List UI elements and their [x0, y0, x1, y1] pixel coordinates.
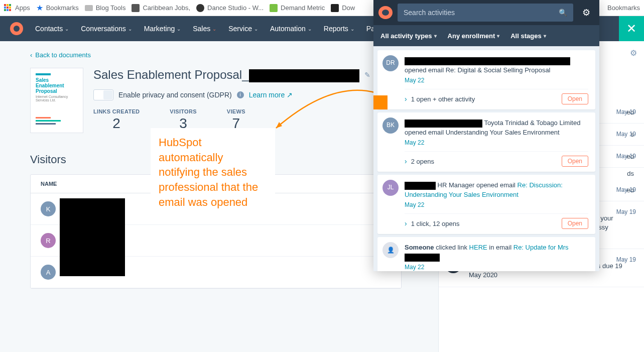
redacted [405, 254, 440, 262]
nav-contacts-label: Contacts [35, 25, 63, 33]
chevron-down-icon: ⌄ [177, 26, 181, 32]
favicon-icon [331, 4, 339, 12]
folder-icon [85, 5, 93, 11]
search-icon[interactable]: 🔍 [559, 9, 567, 17]
blog-tools-bookmark[interactable]: Blog Tools [85, 4, 126, 12]
caribbean-jobs-bookmark[interactable]: Caribbean Jobs, [132, 4, 190, 12]
label: Conversations [81, 25, 126, 33]
edit-icon[interactable]: ✎ [364, 71, 370, 79]
gear-icon[interactable]: ⚙ [630, 48, 637, 58]
filter-activity-types[interactable]: All activity types▾ [380, 32, 437, 40]
card-body: HR Manager opened email Re: Discussion: … [405, 181, 588, 200]
nav-service[interactable]: Service⌄ [228, 25, 258, 33]
hubspot-sprocket-icon[interactable] [10, 22, 23, 35]
filter-enrollment[interactable]: Any enrollment▾ [448, 32, 500, 40]
date: May 22 [405, 201, 588, 209]
hubspot-sprocket-icon[interactable] [378, 6, 393, 19]
chevron-down-icon: ⌄ [212, 26, 216, 32]
date: May 22 [405, 263, 588, 271]
thumb-title: Sales Enablement Proposal [36, 77, 78, 94]
label: Service [228, 25, 252, 33]
nav-marketing[interactable]: Marketing⌄ [144, 25, 181, 33]
gear-icon[interactable]: ⚙ [578, 7, 594, 18]
close-sidebar-button[interactable]: ✕ [619, 16, 644, 41]
open-button[interactable]: Open [562, 156, 588, 167]
chevron-right-icon[interactable]: › [405, 95, 407, 103]
nav-reports[interactable]: Reports⌄ [324, 25, 354, 33]
label: Any enrollment [448, 32, 495, 40]
activity-card[interactable]: JL HR Manager opened email Re: Discussio… [377, 175, 595, 234]
date: May 19 [616, 186, 636, 193]
back-link-label: Back to documents [35, 51, 91, 59]
search-input[interactable] [404, 9, 555, 17]
activity-feed-panel: 🔍 ⚙ All activity types▾ Any enrollment▾ … [373, 0, 599, 271]
stat-links-created: LINKS CREATED2 [93, 108, 140, 132]
apps-bookmark[interactable]: Apps [4, 4, 30, 12]
email-link[interactable]: Re: Update for Mrs [513, 244, 569, 251]
demand-metric-bookmark[interactable]: Demand Metric [270, 4, 325, 12]
open-button[interactable]: Open [562, 218, 588, 229]
body-text: clicked link [434, 244, 469, 251]
activity-card[interactable]: BK Toyota Trinidad & Tobago Limited open… [377, 112, 595, 172]
search-input-wrapper[interactable]: 🔍 [398, 4, 573, 22]
avatar: DR [382, 55, 399, 71]
avatar: K [41, 201, 56, 216]
redacted [405, 182, 436, 190]
document-title: Sales Enablement Proposal_ [93, 68, 359, 82]
document-thumbnail[interactable]: Sales Enablement Proposal Internet Consu… [30, 68, 83, 133]
date: May 22 [405, 76, 588, 85]
redacted [405, 57, 570, 65]
label: VISITORS [170, 108, 197, 114]
label: Sales [193, 25, 210, 33]
activity-card[interactable]: 👤 Someone clicked link HERE in email Re:… [377, 237, 595, 271]
favicon-icon [196, 4, 204, 12]
nav-automation[interactable]: Automation⌄ [270, 25, 312, 33]
body-text: HR Manager opened email [436, 181, 518, 189]
avatar: BK [382, 118, 399, 134]
filter-stages[interactable]: All stages▾ [510, 32, 546, 40]
chevron-down-icon: ▾ [434, 33, 437, 39]
date: May 19 [616, 208, 636, 215]
summary: 1 open + other activity [411, 95, 475, 103]
right-bookmarks[interactable]: Bookmarks [607, 4, 640, 12]
right-bookmarks-label: Bookmarks [607, 4, 640, 12]
bookmarks-bookmark[interactable]: ★Bookmarks [36, 3, 79, 13]
chevron-down-icon: ▾ [544, 33, 546, 39]
avatar: R [41, 233, 56, 248]
redacted [249, 69, 359, 82]
title-prefix: Sales Enablement Proposal_ [93, 68, 249, 81]
gdpr-toggle[interactable] [93, 89, 113, 100]
card-body: Toyota Trinidad & Tobago Limited opened … [405, 119, 588, 138]
panel-filters: All activity types▾ Any enrollment▾ All … [373, 25, 599, 46]
panel-header: 🔍 ⚙ [373, 0, 599, 25]
annotation-callout: HubSpot automatically notifying the sale… [151, 128, 275, 216]
panel-body[interactable]: DR opened email Re: Digital & Social Sel… [373, 46, 599, 271]
chevron-right-icon[interactable]: › [405, 157, 407, 165]
blogtools-label: Blog Tools [96, 4, 126, 12]
dance-studio-bookmark[interactable]: Dance Studio - W... [196, 4, 264, 12]
summary: 1 click, 12 opens [411, 220, 460, 227]
info-icon[interactable]: i [237, 91, 244, 98]
label: All stages [510, 32, 541, 40]
nav-conversations[interactable]: Conversations⌄ [81, 25, 132, 33]
date: May 19 [616, 108, 636, 115]
open-button[interactable]: Open [562, 93, 588, 104]
activity-card[interactable]: DR opened email Re: Digital & Social Sel… [377, 50, 595, 109]
favicon-icon [132, 4, 140, 12]
date: May 19 [616, 131, 636, 138]
nav-sales[interactable]: Sales⌄ [193, 25, 216, 33]
nav-contacts[interactable]: Contacts⌄ [35, 25, 69, 33]
annotation-marker [373, 95, 388, 109]
card-body: Someone clicked link HERE in email Re: U… [405, 243, 588, 262]
redacted [60, 198, 125, 276]
label: Reports [324, 25, 348, 33]
star-icon: ★ [36, 3, 43, 13]
body-text: in email [487, 244, 513, 251]
body-text: opened email Re: Digital & Social Sellin… [405, 66, 551, 74]
dow-bookmark[interactable]: Dow [331, 4, 355, 12]
chevron-left-icon: ‹ [30, 51, 32, 59]
chevron-down-icon: ⌄ [254, 26, 258, 32]
annotation-arrow [271, 85, 381, 136]
link[interactable]: HERE [469, 244, 487, 251]
chevron-right-icon[interactable]: › [405, 219, 407, 227]
